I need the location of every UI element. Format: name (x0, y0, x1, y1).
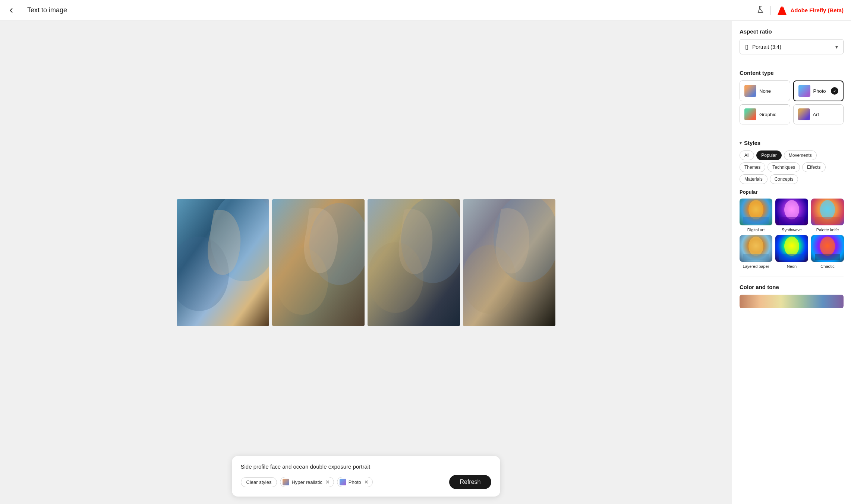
content-type-grid: None Photo ✓ Graphic Art (740, 80, 844, 124)
svg-point-18 (820, 200, 835, 219)
tag-hyper-realistic-label: Hyper realistic (291, 479, 322, 485)
prompt-tags: Clear styles Hyper realistic ✕ Photo ✕ R… (241, 475, 491, 489)
aspect-ratio-dropdown[interactable]: ▯ Portrait (3:4) ▾ (740, 39, 844, 54)
refresh-button[interactable]: Refresh (449, 475, 491, 489)
svg-point-22 (784, 237, 799, 256)
palette-knife-thumb (811, 199, 844, 225)
tab-materials[interactable]: Materials (740, 174, 768, 184)
neon-thumb (775, 235, 808, 262)
prompt-text[interactable]: Side profile face and ocean double expos… (241, 463, 491, 470)
photo-icon (340, 479, 346, 485)
tab-themes[interactable]: Themes (740, 162, 765, 172)
svg-rect-17 (779, 217, 804, 224)
content-type-title: Content type (740, 70, 844, 76)
synthwave-label: Synthwave (782, 228, 802, 232)
none-thumb (744, 85, 756, 97)
divider-1 (740, 62, 844, 62)
aspect-ratio-section: Aspect ratio ▯ Portrait (3:4) ▾ (740, 28, 844, 54)
chaotic-label: Chaotic (820, 264, 834, 269)
svg-point-16 (784, 200, 799, 219)
generated-image-4[interactable] (463, 199, 555, 326)
content-type-art[interactable]: Art (793, 104, 844, 124)
svg-point-20 (748, 237, 763, 256)
graphic-thumb (744, 108, 756, 120)
neon-label: Neon (787, 264, 797, 269)
tab-movements[interactable]: Movements (784, 150, 817, 160)
style-synthwave[interactable]: Synthwave (775, 199, 808, 232)
photo-selected-check: ✓ (831, 87, 838, 95)
digital-art-thumb (740, 199, 772, 225)
generated-image-2[interactable] (272, 199, 365, 326)
divider-2 (740, 132, 844, 132)
style-digital-art[interactable]: Digital art (740, 199, 772, 232)
photo-thumb (798, 85, 810, 97)
art-label: Art (813, 112, 839, 117)
remove-photo-button[interactable]: ✕ (363, 479, 369, 485)
images-grid (177, 199, 555, 326)
styles-collapse-icon: ▾ (740, 140, 742, 146)
header: Text to image Adobe Firefly (Beta) (0, 0, 851, 21)
aspect-ratio-title: Aspect ratio (740, 28, 844, 35)
style-neon[interactable]: Neon (775, 235, 808, 269)
sidebar: Aspect ratio ▯ Portrait (3:4) ▾ Content … (732, 21, 851, 504)
styles-header[interactable]: ▾ Styles (740, 140, 844, 146)
art-thumb (798, 108, 810, 120)
portrait-icon: ▯ (745, 43, 748, 50)
tab-all[interactable]: All (740, 150, 754, 160)
face-silhouette-2 (272, 199, 365, 326)
graphic-label: Graphic (759, 112, 785, 117)
tab-techniques[interactable]: Techniques (768, 162, 800, 172)
styles-tabs: All Popular Movements Themes Techniques … (740, 150, 844, 184)
back-button[interactable] (7, 7, 15, 14)
face-silhouette-3 (368, 199, 460, 326)
synthwave-thumb (775, 199, 808, 225)
tab-concepts[interactable]: Concepts (770, 174, 798, 184)
header-right: Adobe Firefly (Beta) (756, 5, 844, 15)
flask-icon[interactable] (756, 5, 765, 15)
face-silhouette-1 (177, 199, 269, 326)
style-palette-knife[interactable]: Palette knife (811, 199, 844, 232)
tag-hyper-realistic: Hyper realistic ✕ (280, 477, 334, 487)
styles-section: ▾ Styles All Popular Movements Themes Te… (740, 140, 844, 269)
remove-hyper-realistic-button[interactable]: ✕ (325, 479, 330, 485)
style-chaotic[interactable]: Chaotic (811, 235, 844, 269)
color-tone-section: Color and tone (740, 284, 844, 308)
chaotic-thumb (811, 235, 844, 262)
header-divider (21, 5, 21, 16)
styles-grid: Digital art Synthwave Palette knife (740, 199, 844, 269)
prompt-bar: Side profile face and ocean double expos… (232, 456, 500, 497)
clear-styles-button[interactable]: Clear styles (241, 477, 277, 487)
tab-effects[interactable]: Effects (802, 162, 825, 172)
page-title: Text to image (27, 6, 756, 14)
svg-rect-19 (815, 217, 840, 224)
none-label: None (759, 88, 785, 94)
svg-point-14 (748, 200, 763, 219)
content-type-graphic[interactable]: Graphic (740, 104, 790, 124)
popular-label: Popular (740, 189, 844, 195)
main-layout: Side profile face and ocean double expos… (0, 21, 851, 504)
adobe-icon (777, 6, 787, 15)
style-layered-paper[interactable]: Layered paper (740, 235, 772, 269)
adobe-logo: Adobe Firefly (Beta) (777, 6, 844, 15)
svg-rect-21 (743, 254, 769, 260)
svg-point-24 (820, 237, 835, 256)
photo-label: Photo (813, 88, 828, 94)
content-type-photo[interactable]: Photo ✓ (793, 80, 844, 101)
color-tone-preview[interactable] (740, 295, 844, 308)
svg-rect-23 (779, 254, 804, 260)
divider-3 (740, 276, 844, 276)
svg-rect-25 (815, 254, 840, 260)
layered-paper-label: Layered paper (743, 264, 769, 269)
color-tone-title: Color and tone (740, 284, 844, 290)
chevron-down-icon: ▾ (835, 44, 838, 50)
tag-photo-label: Photo (349, 479, 361, 485)
content-type-none[interactable]: None (740, 80, 790, 101)
content-type-section: Content type None Photo ✓ Graphic (740, 70, 844, 124)
generated-image-1[interactable] (177, 199, 269, 326)
svg-rect-15 (743, 217, 769, 224)
layered-paper-thumb (740, 235, 772, 262)
tab-popular[interactable]: Popular (756, 150, 781, 160)
digital-art-label: Digital art (747, 228, 765, 232)
generated-image-3[interactable] (368, 199, 460, 326)
styles-title: Styles (744, 140, 760, 146)
